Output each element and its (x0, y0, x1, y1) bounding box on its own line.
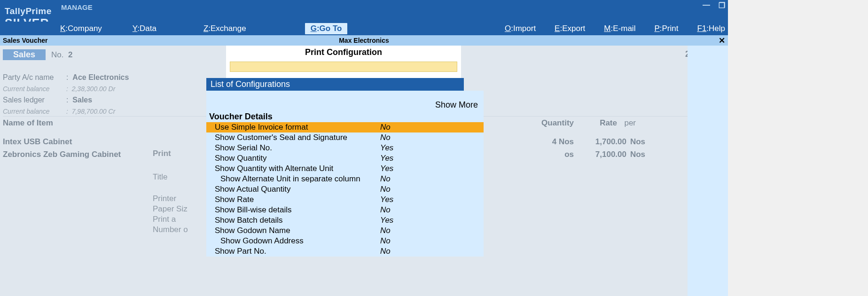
config-row-label: Show Godown Address (206, 236, 380, 246)
show-more-link[interactable]: Show More (206, 91, 484, 111)
config-list-body: Show More Voucher Details Use Simple Inv… (206, 91, 484, 257)
subheader-center: Max Electronics (339, 37, 389, 44)
menu-help[interactable]: F1:Help (697, 24, 725, 33)
config-row[interactable]: Show Alternate Unit in separate columnNo (206, 174, 484, 184)
config-row-label: Show Bill-wise details (206, 205, 380, 215)
config-list-header: List of Configurations (206, 78, 464, 91)
config-row-label: Show Batch details (206, 216, 380, 225)
menu-data[interactable]: Y:Data (133, 24, 156, 33)
config-row[interactable]: Show Godown AddressNo (206, 236, 484, 246)
config-row-label: Show Alternate Unit in separate column (206, 174, 380, 184)
menu-print[interactable]: P:Print (654, 24, 678, 33)
sub-header: Sales Voucher Max Electronics ✕ (0, 35, 728, 46)
config-row-value: No (380, 226, 391, 235)
restore-icon[interactable]: ❐ (719, 1, 726, 8)
config-row-value: No (380, 185, 391, 194)
right-sidebar (688, 46, 728, 296)
config-row-value: No (380, 123, 391, 132)
app-window: — ❐ TallyPrime SILVER MANAGE K:Company Y… (0, 0, 728, 296)
config-row-value: No (380, 247, 391, 256)
voucher-type-badge: Sales (3, 49, 46, 60)
menu-import[interactable]: O:Import (505, 24, 536, 33)
config-row-value: No (380, 133, 391, 142)
config-row-label: Show Part No. (206, 247, 380, 256)
config-row[interactable]: Show Batch detailsYes (206, 215, 484, 226)
window-controls: — ❐ (703, 1, 726, 8)
config-row[interactable]: Show Customer's Seal and SignatureNo (206, 132, 484, 143)
config-search-input[interactable] (230, 62, 457, 72)
config-row-label: Show Serial No. (206, 143, 380, 153)
config-row[interactable]: Show Actual QuantityNo (206, 184, 484, 195)
config-row-value: Yes (380, 154, 393, 163)
menu-company[interactable]: K:Company (60, 24, 102, 33)
config-row[interactable]: Use Simple Invoice formatNo (206, 122, 484, 132)
config-row-label: Show Quantity with Alternate Unit (206, 164, 380, 173)
config-row-value: No (380, 174, 391, 184)
voucher-header: Sales No. 2 (3, 49, 72, 60)
config-row[interactable]: Show Godown NameNo (206, 226, 484, 236)
voucher-no: No. 2 (51, 50, 72, 60)
config-row-value: Yes (380, 164, 393, 173)
close-icon[interactable]: ✕ (719, 36, 725, 46)
work-area: Sales No. 2 20-Apr-20 Monday Party A/c n… (0, 46, 728, 296)
config-row-label: Show Quantity (206, 154, 380, 163)
minimize-icon[interactable]: — (703, 1, 710, 8)
menu-email[interactable]: M:E-mail (604, 24, 635, 33)
brand-line1: TallyPrime (5, 6, 52, 16)
config-row-label: Show Rate (206, 195, 380, 204)
party-block: Party A/c name: Ace Electronics Current … (3, 72, 129, 117)
config-row-label: Show Godown Name (206, 226, 380, 235)
config-row[interactable]: Show QuantityYes (206, 153, 484, 164)
config-row-label: Show Actual Quantity (206, 185, 380, 194)
config-row[interactable]: Show Bill-wise detailsNo (206, 205, 484, 215)
menu-goto[interactable]: G:Go To (305, 23, 348, 34)
manage-label: MANAGE (61, 3, 93, 11)
config-row-value: Yes (380, 216, 393, 225)
config-row-value: Yes (380, 195, 393, 204)
config-row-label: Use Simple Invoice format (206, 123, 380, 132)
config-row[interactable]: Show Serial No.Yes (206, 143, 484, 153)
menubar: K:Company Y:Data Z:Exchange G:Go To O:Im… (0, 22, 728, 35)
subheader-left: Sales Voucher (0, 37, 47, 44)
config-row-value: Yes (380, 143, 393, 153)
config-row-label: Show Customer's Seal and Signature (206, 133, 380, 142)
menu-exchange[interactable]: Z:Exchange (203, 24, 246, 33)
config-row[interactable]: Show Part No.No (206, 246, 484, 257)
config-row[interactable]: Show Quantity with Alternate UnitYes (206, 164, 484, 174)
print-config-popup: Print Configuration List of Configuratio… (226, 46, 461, 257)
popup-title: Print Configuration (226, 46, 461, 62)
config-section-title: Voucher Details (206, 111, 484, 122)
config-row-value: No (380, 205, 391, 215)
config-row-value: No (380, 236, 391, 246)
menu-export[interactable]: E:Export (555, 24, 585, 33)
config-row[interactable]: Show RateYes (206, 195, 484, 205)
